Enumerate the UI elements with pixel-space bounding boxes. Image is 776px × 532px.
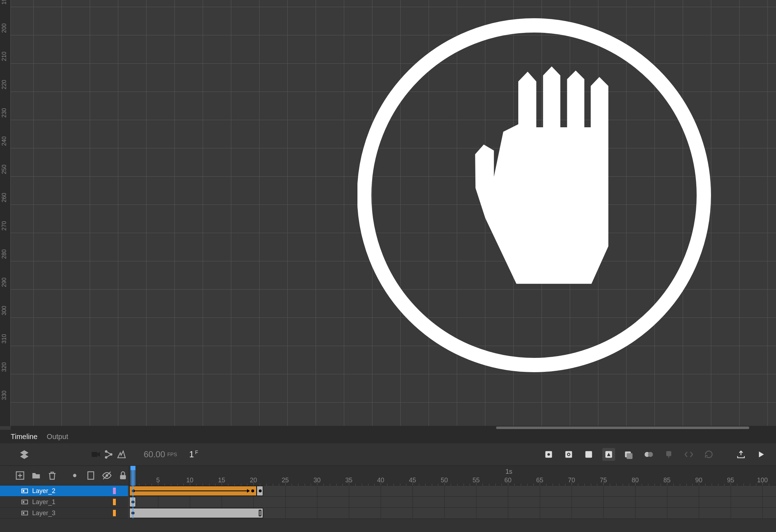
export-button[interactable] bbox=[735, 448, 747, 461]
insert-blank-keyframe-button[interactable] bbox=[562, 448, 575, 461]
layer-color-swatch[interactable] bbox=[113, 510, 116, 516]
layer-toggles[interactable] bbox=[101, 497, 128, 507]
svg-rect-24 bbox=[22, 500, 28, 504]
layer-parenting-button[interactable] bbox=[102, 448, 115, 461]
layer-row[interactable]: Layer_3 bbox=[0, 508, 776, 519]
ruler-tick: 320 bbox=[1, 353, 10, 381]
svg-rect-23 bbox=[23, 490, 25, 492]
svg-rect-22 bbox=[22, 489, 28, 493]
layer-toggles[interactable] bbox=[101, 486, 128, 496]
ruler-tick: 240 bbox=[1, 127, 10, 155]
outline-layers-toggle[interactable] bbox=[86, 469, 96, 482]
new-layer-button[interactable] bbox=[15, 469, 25, 482]
keyframe-span[interactable] bbox=[129, 508, 263, 518]
svg-point-17 bbox=[73, 474, 76, 477]
highlight-layers-toggle[interactable] bbox=[70, 469, 80, 482]
svg-rect-18 bbox=[88, 472, 94, 479]
insert-frame-button[interactable] bbox=[582, 448, 595, 461]
ruler-tick: 190 bbox=[1, 0, 10, 14]
current-frame-value[interactable]: 1 bbox=[189, 449, 194, 459]
ruler-tick: 310 bbox=[1, 325, 10, 353]
second-marker: 1s bbox=[505, 468, 512, 476]
layer-track[interactable] bbox=[128, 508, 776, 518]
ruler-tick: 260 bbox=[1, 183, 10, 212]
ruler-tick: 270 bbox=[1, 212, 10, 240]
auto-keyframe-button[interactable] bbox=[602, 448, 615, 461]
canvas-grid[interactable] bbox=[11, 0, 776, 426]
ruler-tick: 280 bbox=[1, 240, 10, 268]
ruler-tick: 200 bbox=[1, 14, 10, 42]
svg-rect-12 bbox=[627, 453, 632, 459]
svg-rect-25 bbox=[23, 501, 25, 503]
canvas-horizontal-scroll-thumb[interactable] bbox=[496, 427, 749, 429]
visibility-toggle[interactable] bbox=[102, 469, 112, 482]
timeline-panel: Timeline Output 60.00 FPS 1 F bbox=[0, 430, 776, 532]
current-frame-label: F bbox=[195, 449, 198, 455]
loop-button[interactable] bbox=[702, 448, 715, 461]
layer-color-swatch[interactable] bbox=[113, 499, 116, 505]
keyframe-span[interactable] bbox=[257, 486, 263, 496]
ruler-tick: 210 bbox=[1, 42, 10, 70]
camera-button[interactable] bbox=[89, 448, 102, 461]
delete-layer-button[interactable] bbox=[47, 469, 57, 482]
layer-row[interactable]: Layer_1 bbox=[0, 497, 776, 508]
tab-timeline[interactable]: Timeline bbox=[11, 433, 38, 441]
canvas-horizontal-scrollbar[interactable] bbox=[11, 426, 776, 430]
playhead[interactable] bbox=[133, 466, 133, 485]
layer-color-swatch[interactable] bbox=[113, 488, 116, 494]
svg-rect-21 bbox=[120, 475, 126, 479]
layer-toggles[interactable] bbox=[101, 508, 128, 518]
fps-value[interactable]: 60.00 bbox=[144, 449, 165, 459]
layer-name-label: Layer_3 bbox=[32, 509, 55, 517]
svg-rect-27 bbox=[23, 512, 25, 514]
scripts-button[interactable] bbox=[682, 448, 695, 461]
svg-rect-7 bbox=[565, 451, 572, 458]
play-button[interactable] bbox=[755, 448, 767, 461]
layer-info[interactable]: Layer_1 bbox=[0, 497, 101, 507]
layer-track[interactable] bbox=[128, 497, 776, 507]
layer-type-icon bbox=[21, 487, 29, 495]
panel-tabs: Timeline Output bbox=[0, 430, 776, 443]
layer-info[interactable]: Layer_2 bbox=[0, 486, 101, 496]
svg-rect-9 bbox=[585, 451, 592, 458]
svg-point-6 bbox=[548, 453, 550, 456]
frame-ruler[interactable]: 5101520253035404550556065707580859095100… bbox=[128, 466, 776, 485]
ruler-tick: 290 bbox=[1, 268, 10, 296]
layers-icon[interactable] bbox=[18, 448, 31, 461]
ruler-tick: 220 bbox=[1, 70, 10, 99]
new-folder-button[interactable] bbox=[31, 469, 41, 482]
layer-name-label: Layer_2 bbox=[32, 487, 55, 495]
layer-row[interactable]: Layer_2 bbox=[0, 486, 776, 497]
svg-point-14 bbox=[648, 452, 653, 457]
layer-type-icon bbox=[21, 509, 29, 517]
ruler-tick: 250 bbox=[1, 155, 10, 183]
layer-track[interactable] bbox=[128, 486, 776, 496]
ruler-tick: 230 bbox=[1, 99, 10, 127]
ruler-tick: 300 bbox=[1, 296, 10, 325]
layer-type-icon bbox=[21, 498, 29, 506]
layer-info[interactable]: Layer_3 bbox=[0, 508, 101, 518]
insert-keyframe-button[interactable] bbox=[542, 448, 555, 461]
fps-label: FPS bbox=[167, 452, 177, 457]
onion-skin-button[interactable] bbox=[622, 448, 635, 461]
svg-rect-26 bbox=[22, 511, 28, 515]
svg-rect-15 bbox=[666, 451, 671, 456]
marker-button[interactable] bbox=[662, 448, 675, 461]
vertical-ruler[interactable]: 1902002102202302402502602702802903003103… bbox=[0, 0, 11, 426]
tab-output[interactable]: Output bbox=[47, 433, 68, 441]
edit-multiple-frames-button[interactable] bbox=[642, 448, 655, 461]
lock-toggle[interactable] bbox=[118, 469, 128, 482]
ruler-tick: 330 bbox=[1, 381, 10, 409]
tween-span[interactable] bbox=[129, 486, 257, 496]
layer-name-label: Layer_1 bbox=[32, 498, 55, 506]
layer-depth-button[interactable] bbox=[115, 448, 128, 461]
svg-rect-1 bbox=[92, 452, 97, 457]
canvas-area[interactable]: 1902002102202302402502602702802903003103… bbox=[0, 0, 776, 430]
